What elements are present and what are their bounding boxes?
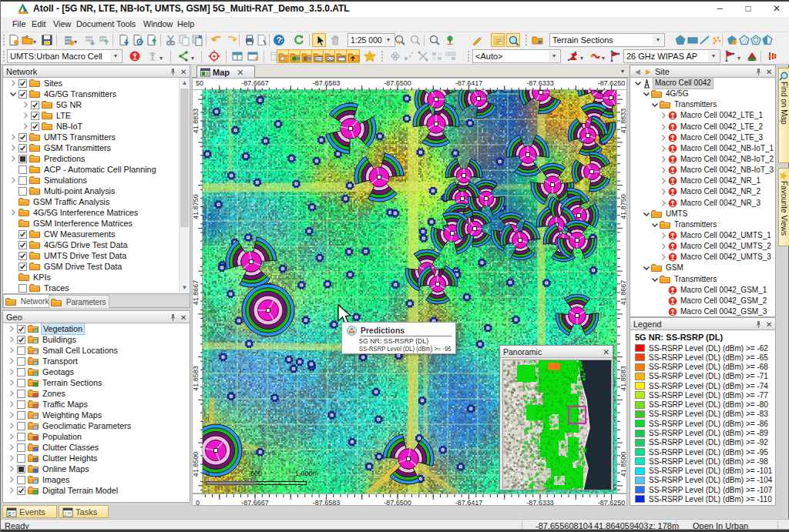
svg-text:41.8667: 41.8667 <box>619 280 627 306</box>
svg-text:-87.6250: -87.6250 <box>598 499 626 507</box>
svg-text:-87.6417: -87.6417 <box>455 79 483 87</box>
svg-text:5G: 5G <box>327 57 333 62</box>
svg-text:41.8833: 41.8833 <box>193 109 200 134</box>
svg-text:-87.6500: -87.6500 <box>384 499 411 507</box>
svg-text:41.8583: 41.8583 <box>619 366 627 391</box>
svg-text:41.8833: 41.8833 <box>619 109 627 134</box>
svg-text:-87.6333: -87.6333 <box>526 499 554 507</box>
svg-text:-87.6417: -87.6417 <box>455 499 483 507</box>
svg-text:-87.6667: -87.6667 <box>241 79 269 87</box>
svg-text:-87.6250: -87.6250 <box>598 79 626 87</box>
svg-text:-87.6667: -87.6667 <box>241 499 269 507</box>
svg-text:41.8750: 41.8750 <box>619 194 627 219</box>
svg-text:41.8500: 41.8500 <box>193 452 200 477</box>
svg-text:-87.6583: -87.6583 <box>313 79 341 87</box>
svg-text:41.8750: 41.8750 <box>193 194 200 219</box>
svg-text:-87.6583: -87.6583 <box>313 499 341 507</box>
svg-text:41.8667: 41.8667 <box>193 280 200 306</box>
svg-text:-87.6500: -87.6500 <box>384 79 411 87</box>
svg-text:0: 0 <box>196 499 200 507</box>
svg-text:-87.6333: -87.6333 <box>526 79 554 87</box>
svg-text:50: 50 <box>196 79 203 87</box>
svg-text:41.8500: 41.8500 <box>619 452 627 477</box>
svg-text:41.8583: 41.8583 <box>193 366 200 391</box>
